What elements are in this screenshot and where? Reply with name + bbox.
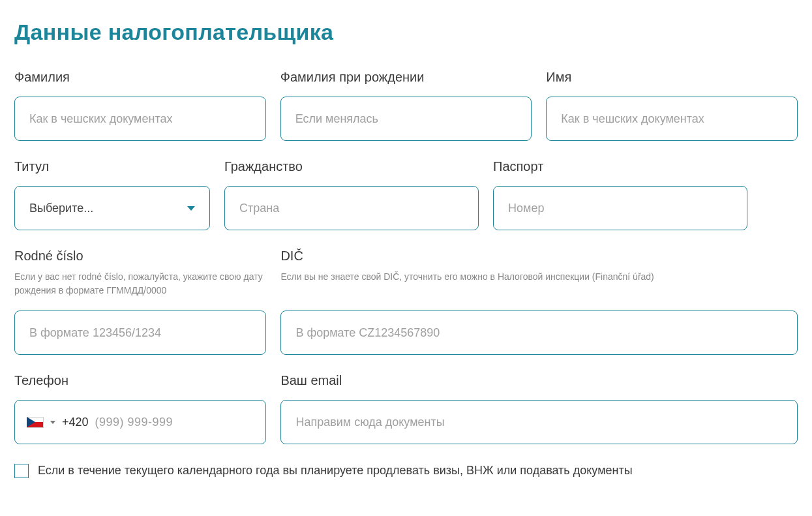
surname-input[interactable] bbox=[14, 97, 266, 141]
citizenship-label: Гражданство bbox=[224, 159, 479, 174]
passport-input[interactable] bbox=[493, 186, 747, 230]
rodne-cislo-hint: Если у вас нет rodné číslo, пожалуйста, … bbox=[14, 270, 266, 299]
first-name-label: Имя bbox=[546, 70, 798, 85]
rodne-cislo-label: Rodné číslo bbox=[14, 249, 266, 264]
chevron-down-icon[interactable] bbox=[50, 421, 55, 424]
title-select-value: Выберите... bbox=[29, 202, 93, 215]
email-label: Ваш email bbox=[280, 373, 798, 388]
phone-mask: (999) 999-999 bbox=[95, 416, 173, 429]
phone-prefix: +420 bbox=[62, 416, 89, 429]
visa-plan-checkbox-label: Если в течение текущего календарного год… bbox=[38, 463, 633, 479]
phone-label: Телефон bbox=[14, 373, 266, 388]
title-select[interactable]: Выберите... bbox=[14, 186, 210, 230]
rodne-cislo-input[interactable] bbox=[14, 311, 266, 355]
visa-plan-checkbox[interactable] bbox=[14, 464, 29, 478]
email-input[interactable] bbox=[280, 400, 798, 444]
dic-label: DIČ bbox=[280, 249, 798, 264]
surname-label: Фамилия bbox=[14, 70, 266, 85]
passport-label: Паспорт bbox=[493, 159, 747, 174]
first-name-input[interactable] bbox=[546, 97, 798, 141]
birth-surname-label: Фамилия при рождении bbox=[280, 70, 532, 85]
dic-hint: Если вы не знаете свой DIČ, уточнить его… bbox=[280, 270, 798, 299]
citizenship-input[interactable] bbox=[224, 186, 479, 230]
title-label: Титул bbox=[14, 159, 210, 174]
phone-input[interactable]: +420 (999) 999-999 bbox=[14, 400, 266, 444]
flag-cz-icon bbox=[27, 417, 44, 428]
chevron-down-icon bbox=[187, 206, 195, 211]
birth-surname-input[interactable] bbox=[280, 97, 532, 141]
page-title: Данные налогоплательщика bbox=[14, 20, 798, 45]
dic-input[interactable] bbox=[280, 311, 798, 355]
